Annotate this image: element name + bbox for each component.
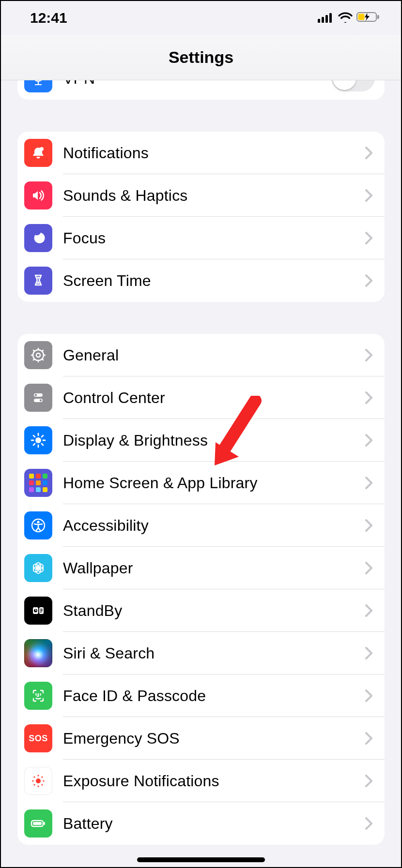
- svg-line-32: [33, 435, 35, 437]
- standby-icon: [24, 597, 52, 625]
- control-center-icon: [24, 384, 52, 412]
- accessibility-icon: [24, 511, 52, 539]
- settings-row-display[interactable]: Display & Brightness: [17, 419, 385, 462]
- home-indicator[interactable]: [137, 857, 265, 862]
- svg-point-61: [41, 784, 43, 785]
- svg-point-12: [40, 147, 44, 151]
- svg-rect-6: [358, 14, 365, 20]
- settings-row-wallpaper[interactable]: Wallpaper: [17, 547, 385, 589]
- chevron-right-icon: [363, 389, 375, 406]
- settings-row-label: Battery: [63, 815, 363, 833]
- settings-row-label: Siri & Search: [63, 644, 363, 662]
- settings-row-faceid[interactable]: Face ID & Passcode: [17, 674, 385, 717]
- settings-row-control-center[interactable]: Control Center: [17, 376, 385, 419]
- status-time: 12:41: [30, 10, 67, 26]
- svg-line-35: [33, 444, 35, 445]
- settings-row-accessibility[interactable]: Accessibility: [17, 504, 385, 547]
- svg-point-37: [37, 521, 39, 523]
- settings-row-label: StandBy: [63, 602, 363, 620]
- settings-row-notifications[interactable]: Notifications: [17, 132, 385, 174]
- settings-group-alerts: Notifications Sounds & Haptics: [17, 132, 385, 302]
- svg-point-59: [43, 780, 44, 781]
- chevron-right-icon: [363, 773, 375, 789]
- svg-line-20: [42, 359, 43, 360]
- settings-row-general[interactable]: General: [17, 334, 385, 376]
- svg-point-14: [36, 353, 40, 357]
- chevron-right-icon: [363, 272, 375, 289]
- vpn-toggle[interactable]: [331, 80, 375, 91]
- settings-row-battery[interactable]: Battery: [17, 802, 385, 845]
- settings-row-label: Home Screen & App Library: [63, 474, 363, 492]
- cellular-signal-icon: [318, 10, 334, 26]
- chevron-right-icon: [363, 815, 375, 832]
- face-id-icon: [24, 682, 52, 710]
- settings-group-general: General Control Center: [17, 334, 385, 845]
- svg-line-21: [42, 350, 43, 351]
- settings-row-exposure[interactable]: Exposure Notifications: [17, 760, 385, 802]
- svg-point-56: [37, 775, 39, 776]
- vpn-icon: [24, 80, 52, 92]
- svg-line-33: [42, 444, 43, 445]
- sos-icon: SOS: [24, 724, 52, 752]
- settings-row-label: Accessibility: [63, 517, 363, 535]
- settings-row-sounds[interactable]: Sounds & Haptics: [17, 174, 385, 217]
- chevron-right-icon: [363, 230, 375, 246]
- svg-point-26: [40, 399, 42, 401]
- settings-row-standby[interactable]: StandBy: [17, 589, 385, 632]
- settings-row-label: Wallpaper: [63, 559, 363, 577]
- svg-rect-2: [325, 15, 328, 23]
- settings-row-focus[interactable]: Focus: [17, 217, 385, 259]
- svg-rect-0: [318, 19, 320, 23]
- svg-rect-66: [33, 822, 42, 825]
- settings-row-screen-time[interactable]: Screen Time: [17, 259, 385, 302]
- settings-row-label: Focus: [63, 229, 363, 247]
- svg-line-34: [42, 435, 43, 437]
- general-icon: [24, 341, 52, 369]
- notifications-icon: [24, 139, 52, 167]
- chevron-right-icon: [363, 347, 375, 363]
- chevron-right-icon: [363, 645, 375, 661]
- screen-time-icon: [24, 267, 52, 295]
- svg-point-62: [41, 776, 43, 778]
- chevron-right-icon: [363, 145, 375, 161]
- settings-row-label: Emergency SOS: [63, 730, 363, 748]
- battery-charging-icon: [356, 10, 380, 26]
- svg-point-24: [35, 394, 37, 396]
- svg-line-22: [33, 359, 34, 360]
- focus-icon: [24, 224, 52, 252]
- settings-row-siri[interactable]: Siri & Search: [17, 632, 385, 674]
- settings-row-label: General: [63, 346, 363, 364]
- svg-rect-65: [44, 822, 46, 825]
- svg-rect-1: [322, 17, 324, 23]
- settings-row-label: Face ID & Passcode: [63, 687, 363, 705]
- svg-point-58: [32, 780, 33, 781]
- status-icons: [318, 10, 380, 26]
- display-brightness-icon: [24, 426, 52, 454]
- battery-icon: [24, 809, 52, 838]
- settings-row-vpn[interactable]: VPN: [17, 80, 385, 100]
- exposure-notifications-icon: [24, 767, 52, 795]
- sounds-icon: [24, 181, 52, 210]
- chevron-right-icon: [363, 688, 375, 704]
- status-bar: 12:41: [1, 1, 401, 35]
- chevron-right-icon: [363, 475, 375, 491]
- chevron-right-icon: [363, 517, 375, 534]
- settings-scroll[interactable]: VPN Notifications: [1, 80, 401, 868]
- settings-row-home-screen[interactable]: Home Screen & App Library: [17, 462, 385, 504]
- svg-rect-5: [377, 15, 379, 19]
- settings-row-label: Notifications: [63, 144, 363, 162]
- svg-point-60: [33, 776, 35, 778]
- chevron-right-icon: [363, 560, 375, 576]
- svg-point-27: [35, 437, 41, 443]
- home-screen-icon: [24, 469, 52, 497]
- settings-row-label: Control Center: [63, 389, 363, 407]
- chevron-right-icon: [363, 432, 375, 449]
- svg-point-63: [33, 784, 35, 785]
- svg-point-57: [37, 785, 39, 787]
- app-grid-icon: [29, 474, 47, 492]
- svg-point-55: [36, 778, 41, 783]
- page-title: Settings: [169, 48, 233, 67]
- settings-row-emergency-sos[interactable]: SOS Emergency SOS: [17, 717, 385, 760]
- settings-row-label: VPN: [63, 80, 331, 88]
- settings-row-label: Sounds & Haptics: [63, 187, 363, 205]
